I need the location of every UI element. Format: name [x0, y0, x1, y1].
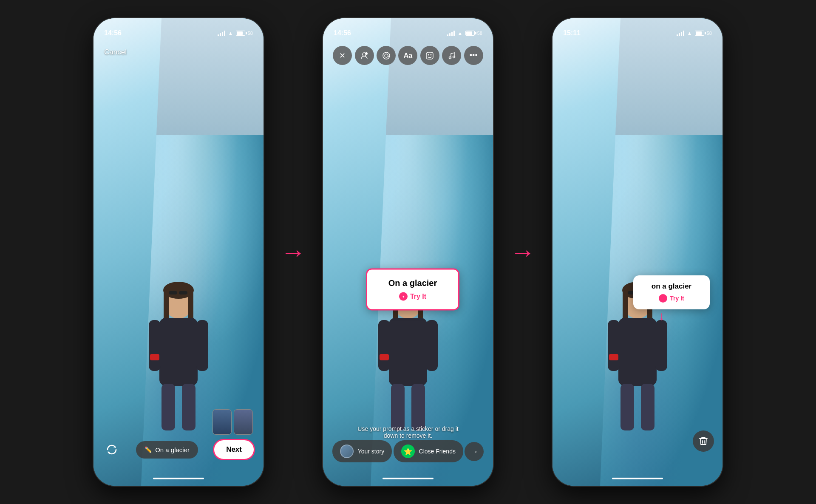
tag-people-button[interactable]: [355, 46, 374, 65]
svg-rect-45: [620, 384, 634, 430]
battery-icon2: [465, 31, 475, 36]
phone2-home-indicator: [382, 478, 434, 479]
mention-icon: [382, 51, 391, 60]
toolbar: ✕ Aa: [323, 44, 493, 67]
phone2: 14:56 ▲ 58 ✕: [323, 18, 493, 486]
phone2-status-icons: ▲ 58: [447, 30, 482, 37]
svg-rect-6: [159, 318, 198, 386]
phone1-time: 14:56: [104, 29, 122, 37]
phone3-status-icons: ▲ 58: [677, 30, 712, 37]
more-button[interactable]: •••: [464, 46, 483, 65]
person-svg: [147, 277, 210, 435]
svg-rect-8: [196, 320, 208, 371]
sticker-tryit[interactable]: ✦ Try It: [380, 292, 445, 301]
wifi-icon2: ▲: [457, 30, 463, 37]
hint-text: Use your prompt as a sticker or drag it …: [353, 425, 463, 439]
phone2-bottom: Your story ⭐ Close Friends →: [323, 440, 493, 462]
phone3-status-bar: 15:11 ▲ 58: [552, 18, 722, 42]
phone2-bg: [323, 18, 493, 486]
svg-point-47: [661, 296, 665, 300]
text-button[interactable]: Aa: [398, 46, 417, 65]
phone1-status-bar: 14:56 ▲ 58: [94, 18, 264, 42]
avatar: [340, 445, 354, 458]
tryit-icon: ✦: [399, 292, 408, 301]
thumb2-inner: [234, 410, 252, 434]
prompt-text: On a glacier: [155, 446, 190, 453]
close-button[interactable]: ✕: [333, 46, 352, 65]
battery-percent2: 58: [477, 31, 482, 36]
sticker-tryit-small[interactable]: Try It: [643, 294, 700, 303]
ai-icon-small: [660, 296, 666, 301]
next-button[interactable]: Next: [213, 439, 255, 460]
your-story-button[interactable]: Your story: [332, 440, 392, 462]
svg-rect-19: [378, 320, 390, 371]
battery-icon: [236, 31, 245, 36]
svg-point-29: [428, 54, 429, 55]
pencil-icon: ✏️: [144, 446, 152, 453]
sticker-title-small: on a glacier: [643, 282, 700, 291]
send-button[interactable]: →: [465, 442, 484, 461]
svg-rect-5: [179, 291, 187, 294]
phone2-status-bar: 14:56 ▲ 58: [323, 18, 493, 42]
battery-percent: 58: [248, 31, 253, 36]
svg-rect-44: [609, 354, 618, 360]
arrow2: →: [510, 238, 536, 267]
svg-rect-46: [641, 384, 654, 430]
bar4: [224, 31, 225, 36]
svg-rect-42: [608, 320, 620, 371]
cancel-button[interactable]: Cancel: [104, 48, 127, 57]
phone1-status-icons: ▲ 58: [218, 30, 253, 37]
sticker-card[interactable]: On a glacier ✦ Try It: [366, 269, 459, 311]
phone1-home-indicator: [153, 478, 204, 479]
sticker-title: On a glacier: [380, 278, 445, 288]
music-button[interactable]: [442, 46, 461, 65]
trash-button[interactable]: [693, 430, 714, 452]
phones-container: 14:56 ▲ 58 Cancel: [0, 0, 816, 504]
svg-rect-4: [169, 291, 177, 294]
svg-point-25: [365, 52, 368, 55]
thumb2[interactable]: [234, 409, 253, 435]
music-icon: [448, 51, 456, 60]
svg-point-31: [449, 57, 451, 59]
ai-icon: ✦: [401, 294, 406, 299]
refresh-icon: [105, 443, 118, 456]
story-label: Your story: [358, 448, 385, 455]
signal-bars: [218, 30, 225, 36]
svg-rect-21: [380, 354, 389, 360]
sticker-card-small[interactable]: on a glacier Try It ↓: [633, 275, 710, 309]
phone1-bottom: ✏️ On a glacier Next: [94, 439, 264, 460]
wifi-icon3: ▲: [687, 30, 692, 37]
svg-rect-20: [426, 320, 438, 371]
svg-rect-23: [411, 384, 425, 430]
battery-percent3: 58: [707, 31, 712, 36]
svg-rect-22: [391, 384, 405, 430]
phone3-home-indicator: [612, 478, 663, 479]
phone3-time: 15:11: [563, 29, 581, 37]
svg-rect-11: [182, 384, 196, 430]
svg-point-30: [431, 54, 432, 55]
phone2-wrapper: 14:56 ▲ 58 ✕: [323, 18, 493, 486]
prompt-pill[interactable]: ✏️ On a glacier: [136, 441, 198, 459]
tag-people-icon: [360, 51, 368, 60]
tryit-icon-small: [659, 294, 667, 303]
svg-rect-9: [150, 354, 159, 360]
battery-icon3: [695, 31, 704, 36]
svg-text:✦: ✦: [402, 295, 405, 298]
trash-icon: [698, 436, 708, 446]
svg-rect-43: [655, 320, 667, 371]
friends-icon: ⭐: [401, 445, 415, 458]
sticker-button[interactable]: [420, 46, 439, 65]
phone1: 14:56 ▲ 58 Cancel: [94, 18, 264, 486]
wifi-icon: ▲: [228, 30, 233, 37]
signal-bars2: [447, 30, 455, 36]
bar1: [218, 34, 219, 36]
refresh-button[interactable]: [102, 440, 121, 459]
mention-button[interactable]: [377, 46, 396, 65]
close-friends-button[interactable]: ⭐ Close Friends: [394, 440, 463, 462]
phone3-wrapper: 15:11 ▲ 58 on a glacier: [552, 18, 722, 486]
svg-point-32: [453, 56, 455, 58]
thumb1[interactable]: [212, 409, 232, 435]
bar2: [220, 33, 221, 36]
svg-point-27: [383, 52, 390, 59]
signal-bars3: [677, 30, 684, 36]
